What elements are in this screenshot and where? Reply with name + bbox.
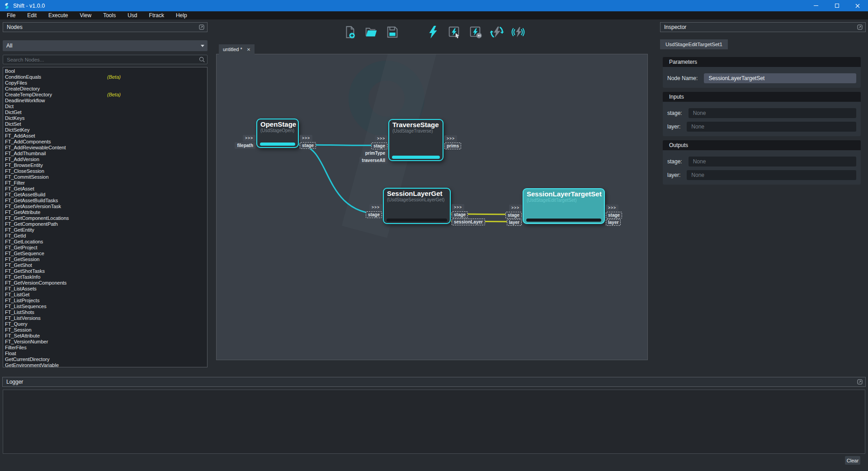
node-list-item[interactable]: Dict — [3, 104, 207, 109]
popout-icon[interactable] — [857, 379, 863, 385]
node-list-item[interactable]: FT_AddReviewableContent — [3, 145, 207, 151]
graph-node-session-layer-get[interactable]: SessionLayerGet(UsdStageSessionLayerGet)… — [383, 188, 451, 224]
port-layer[interactable]: layer — [507, 219, 522, 226]
port-sessionLayer[interactable]: sessionLayer — [452, 219, 485, 225]
node-filter-dropdown[interactable]: All — [3, 40, 208, 51]
field-layer-input[interactable] — [687, 122, 856, 132]
node-list-item[interactable]: FT_ListGet — [3, 292, 207, 298]
new-file-button[interactable] — [342, 24, 358, 40]
popout-icon[interactable] — [199, 24, 204, 30]
port-stage[interactable]: stage — [505, 212, 522, 219]
menu-help[interactable]: Help — [170, 11, 193, 19]
port-stage[interactable]: stage — [300, 142, 316, 149]
remote-execute-button[interactable] — [510, 24, 526, 40]
search-input[interactable] — [3, 57, 196, 62]
menu-tools[interactable]: Tools — [97, 11, 122, 19]
node-list-item[interactable]: FT_GetComponentPath — [3, 221, 207, 227]
menu-ftrack[interactable]: Ftrack — [143, 11, 170, 19]
popout-icon[interactable] — [857, 24, 863, 30]
node-list-item[interactable]: DictSet — [3, 121, 207, 127]
node-list-item[interactable]: FT_ListAssets — [3, 286, 207, 292]
port-stage[interactable]: stage — [452, 211, 468, 218]
node-list-item[interactable]: CreateTempDirectory(Beta) — [3, 92, 207, 98]
node-list-item[interactable]: ConditionEquals(Beta) — [3, 74, 207, 80]
node-list-item[interactable]: FT_GetAsset — [3, 186, 207, 192]
node-list-item[interactable]: FT_GetEntity — [3, 227, 207, 233]
node-list-item[interactable]: FT_AddThumbnail — [3, 151, 207, 157]
node-list-item[interactable]: FT_CommitSession — [3, 174, 207, 180]
node-list-item[interactable]: FT_AddAsset — [3, 133, 207, 139]
node-list-item[interactable]: FT_GetAssetBuild — [3, 192, 207, 198]
close-button[interactable] — [847, 0, 868, 11]
port-prims[interactable]: prims — [444, 143, 461, 149]
port-stage[interactable]: stage — [366, 211, 382, 218]
node-list-item[interactable]: FT_GetVersionComponents — [3, 280, 207, 286]
node-list-item[interactable]: DictKeys — [3, 115, 207, 121]
field-layer-input[interactable] — [687, 170, 856, 180]
node-list-item[interactable]: DeadlineWorkflow — [3, 98, 207, 104]
node-list-item[interactable]: FT_GetTaskInfo — [3, 274, 207, 280]
node-list-item[interactable]: GetEnvironmentVariable — [3, 362, 207, 367]
node-list-item[interactable]: FT_GetLocations — [3, 239, 207, 245]
node-list-item[interactable]: GetCurrentDirectory — [3, 357, 207, 362]
field-stage-input[interactable] — [689, 108, 856, 118]
save-file-button[interactable] — [385, 24, 400, 40]
clear-button[interactable]: Clear — [845, 456, 860, 465]
node-list-item[interactable]: FT_ListProjects — [3, 298, 207, 304]
field-nodename-input[interactable] — [704, 73, 856, 83]
execute-button[interactable] — [425, 24, 441, 40]
node-list-item[interactable]: FT_SetAttribute — [3, 333, 207, 339]
menu-execute[interactable]: Execute — [42, 11, 74, 19]
node-list-item[interactable]: FT_Query — [3, 321, 207, 327]
node-list-item[interactable]: FT_GetAssetVersionTask — [3, 204, 207, 209]
tab-untitled[interactable]: untitled * ✕ — [219, 44, 255, 54]
node-list-item[interactable]: FT_GetAssetBuildTasks — [3, 198, 207, 204]
node-list-item[interactable]: FT_ListVersions — [3, 315, 207, 321]
node-list-item[interactable]: FT_GetSequence — [3, 251, 207, 257]
node-list-item[interactable]: FT_GetProject — [3, 245, 207, 251]
menu-file[interactable]: File — [1, 11, 21, 19]
node-list-item[interactable]: FilterFiles — [3, 345, 207, 351]
node-list-item[interactable]: FT_GetId — [3, 233, 207, 239]
port-layer[interactable]: layer — [606, 219, 621, 226]
node-list-item[interactable]: FT_GetAttribute — [3, 209, 207, 215]
minimize-button[interactable] — [806, 0, 826, 11]
node-list-item[interactable]: FT_GetComponentLocations — [3, 215, 207, 221]
port-traverseAll[interactable]: traverseAll — [359, 157, 387, 164]
node-list-item[interactable]: CreateDirectory — [3, 86, 207, 92]
maximize-button[interactable] — [826, 0, 847, 11]
graph-node-open-stage[interactable]: OpenStage(UsdStageOpen)>>>filepath>>>sta… — [256, 119, 299, 148]
node-list-item[interactable]: FT_ListSequences — [3, 304, 207, 309]
graph-node-session-layer-target-set[interactable]: SessionLayerTargetSet(UsdStageEditTarget… — [523, 188, 605, 224]
menu-view[interactable]: View — [74, 11, 97, 19]
port-primType[interactable]: primType — [363, 150, 387, 157]
re-execute-button[interactable] — [489, 24, 505, 40]
execute-selected-button[interactable] — [447, 24, 462, 40]
node-graph-canvas[interactable]: OpenStage(UsdStageOpen)>>>filepath>>>sta… — [216, 54, 648, 360]
tab-close-icon[interactable]: ✕ — [247, 47, 250, 52]
node-list-item[interactable]: CopyFiles — [3, 80, 207, 86]
node-list-item[interactable]: FT_CloseSession — [3, 168, 207, 174]
node-list-item[interactable]: Float — [3, 351, 207, 357]
execute-from-selected-button[interactable] — [468, 24, 483, 40]
node-list-item[interactable]: FT_AddComponents — [3, 139, 207, 145]
menu-edit[interactable]: Edit — [21, 11, 42, 19]
node-list-item[interactable]: FT_GetSession — [3, 257, 207, 262]
logger-output[interactable] — [3, 390, 865, 454]
node-list-item[interactable]: FT_GetShotTasks — [3, 268, 207, 274]
node-list-item[interactable]: FT_ListShots — [3, 309, 207, 315]
node-list-item[interactable]: DictSetKey — [3, 127, 207, 133]
node-list-item[interactable]: FT_GetShot — [3, 262, 207, 268]
port-stage[interactable]: stage — [606, 212, 622, 219]
node-list-item[interactable]: FT_Filter — [3, 180, 207, 186]
field-stage-input[interactable] — [689, 157, 856, 167]
inspector-node-tab[interactable]: UsdStageEditTargetSet1 — [660, 39, 728, 49]
open-file-button[interactable] — [363, 24, 379, 40]
node-list-item[interactable]: FT_AddVersion — [3, 157, 207, 162]
node-list-item[interactable]: FT_Session — [3, 327, 207, 333]
node-list-item[interactable]: Bool — [3, 68, 207, 74]
node-list-item[interactable]: FT_BrowseEntity — [3, 162, 207, 168]
node-list-item[interactable]: DictGet — [3, 109, 207, 115]
graph-node-traverse-stage[interactable]: TraverseStage(UsdStageTraverse)>>>stagep… — [388, 119, 443, 161]
menu-usd[interactable]: Usd — [122, 11, 143, 19]
